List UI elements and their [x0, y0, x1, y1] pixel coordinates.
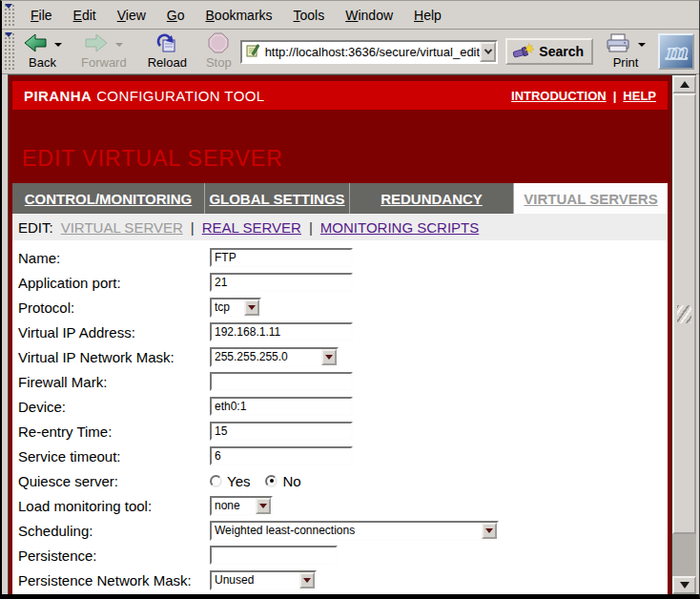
select-value: tcp — [215, 300, 230, 314]
select-value: Weighted least-connections — [215, 524, 355, 537]
menu-file[interactable]: File — [20, 8, 63, 23]
menu-edit[interactable]: Edit — [63, 8, 107, 23]
field-label: Device: — [18, 399, 210, 415]
triangle-down-icon — [680, 582, 690, 589]
triangle-up-icon — [680, 81, 690, 88]
scheduling-select[interactable]: Weighted least-connections — [210, 521, 499, 541]
select-dropdown-button[interactable] — [299, 572, 315, 589]
forward-button[interactable]: Forward — [78, 32, 130, 71]
stop-icon — [208, 32, 229, 57]
help-link[interactable]: HELP — [623, 89, 656, 103]
form-row: Persistence Network Mask: Unused — [18, 568, 668, 592]
application-port-input[interactable] — [210, 273, 353, 292]
persistence-netmask-select[interactable]: Unused — [210, 570, 317, 590]
scroll-up-button[interactable] — [672, 75, 696, 93]
print-button[interactable]: Print — [603, 32, 649, 71]
scrollbar-track[interactable] — [672, 534, 696, 576]
menu-window[interactable]: Window — [335, 8, 403, 23]
form-row: Firewall Mark: — [18, 369, 668, 394]
toolbar-grippy[interactable] — [4, 3, 14, 27]
print-dropdown-icon[interactable] — [638, 43, 646, 47]
protocol-select[interactable]: tcp — [210, 298, 261, 318]
header-link-divider: | — [613, 89, 617, 103]
firewall-mark-input[interactable] — [210, 372, 353, 391]
load-monitoring-select[interactable]: none — [210, 496, 273, 516]
menu-bookmarks[interactable]: Bookmarks — [196, 8, 283, 23]
menu-go[interactable]: Go — [156, 8, 196, 23]
menu-view[interactable]: View — [107, 8, 156, 23]
bookmark-page-icon[interactable] — [246, 43, 260, 61]
select-value: 255.255.255.0 — [215, 350, 288, 363]
menu-tools[interactable]: Tools — [283, 8, 336, 23]
toolbar-grippy[interactable] — [4, 31, 14, 72]
field-label: Persistence: — [18, 547, 210, 564]
select-dropdown-button[interactable] — [482, 523, 497, 539]
select-dropdown-button[interactable] — [244, 300, 259, 316]
stop-button[interactable]: Stop — [203, 32, 235, 71]
select-dropdown-button[interactable] — [256, 498, 271, 514]
field-label: Firewall Mark: — [18, 374, 210, 390]
subnav-prefix: EDIT: — [18, 219, 53, 236]
edit-subnav: EDIT: VIRTUAL SERVER | REAL SERVER | MON… — [12, 214, 668, 240]
menu-help[interactable]: Help — [403, 8, 452, 23]
introduction-link[interactable]: INTRODUCTION — [511, 89, 607, 103]
search-button[interactable]: Search — [505, 38, 593, 65]
tab-control-monitoring[interactable]: CONTROL/MONITORING — [12, 183, 205, 214]
mozilla-logo[interactable]: m — [658, 33, 694, 70]
url-bar[interactable] — [240, 40, 499, 64]
back-history-dropdown-icon[interactable] — [54, 43, 62, 47]
select-dropdown-button[interactable] — [321, 349, 337, 365]
form-row: Device: — [18, 394, 668, 419]
back-icon — [23, 32, 48, 57]
scroll-down-button[interactable] — [672, 576, 696, 594]
quiesce-yes-radio[interactable] — [210, 475, 222, 487]
page-title: EDIT VIRTUAL SERVER — [22, 146, 668, 172]
print-icon — [606, 33, 631, 57]
field-label: Scheduling: — [18, 523, 210, 539]
persistence-input[interactable] — [210, 546, 338, 565]
form-row: Load monitoring tool: none — [18, 493, 668, 518]
chevron-down-icon — [259, 504, 267, 508]
forward-icon — [84, 32, 109, 57]
form-row: Protocol: tcp — [18, 295, 668, 320]
vertical-scrollbar[interactable] — [671, 75, 696, 594]
tab-redundancy[interactable]: REDUNDANCY — [350, 183, 514, 214]
quiesce-server-radio-group: Yes No — [210, 473, 317, 489]
scrollbar-thumb[interactable] — [672, 93, 696, 534]
url-dropdown-button[interactable] — [480, 42, 496, 62]
menu-bar: File Edit View Go Bookmarks Tools Window… — [2, 1, 699, 30]
virtual-ip-address-input[interactable] — [210, 322, 353, 341]
chevron-down-icon — [325, 355, 333, 360]
device-input[interactable] — [210, 397, 353, 416]
name-input[interactable] — [210, 248, 353, 267]
field-label: Virtual IP Address: — [18, 324, 210, 341]
subnav-virtual-server-link[interactable]: VIRTUAL SERVER — [61, 219, 183, 236]
url-input[interactable] — [260, 45, 481, 59]
virtual-ip-netmask-select[interactable]: 255.255.255.0 — [210, 347, 339, 367]
subnav-real-server-link[interactable]: REAL SERVER — [202, 219, 301, 236]
tab-virtual-servers[interactable]: VIRTUAL SERVERS — [514, 183, 668, 214]
back-button[interactable]: Back — [20, 32, 65, 71]
forward-history-dropdown-icon — [115, 43, 123, 47]
chevron-down-icon — [485, 528, 493, 533]
tab-global-settings[interactable]: GLOBAL SETTINGS — [205, 183, 350, 214]
subnav-monitoring-scripts-link[interactable]: MONITORING SCRIPTS — [320, 219, 479, 236]
chevron-down-icon — [303, 578, 311, 583]
field-label: Application port: — [18, 275, 210, 291]
chevron-down-icon — [248, 305, 256, 310]
search-flashlight-icon — [512, 42, 535, 61]
browser-window: File Edit View Go Bookmarks Tools Window… — [0, 0, 700, 599]
app-title: PIRANHACONFIGURATION TOOL — [24, 88, 265, 104]
form-row: Re-entry Time: — [18, 419, 668, 444]
tab-bar: CONTROL/MONITORING GLOBAL SETTINGS REDUN… — [12, 183, 668, 214]
reentry-time-input[interactable] — [210, 422, 353, 441]
field-label: Load monitoring tool: — [18, 498, 210, 514]
form-row: Persistence: — [18, 543, 668, 568]
select-value: none — [215, 499, 240, 512]
service-timeout-input[interactable] — [210, 446, 353, 465]
quiesce-no-radio[interactable] — [265, 475, 278, 487]
reload-button[interactable]: Reload — [145, 32, 190, 71]
field-label: Re-entry Time: — [18, 423, 210, 440]
form-row: Quiesce server: Yes No — [18, 468, 668, 493]
field-label: Protocol: — [18, 300, 210, 316]
